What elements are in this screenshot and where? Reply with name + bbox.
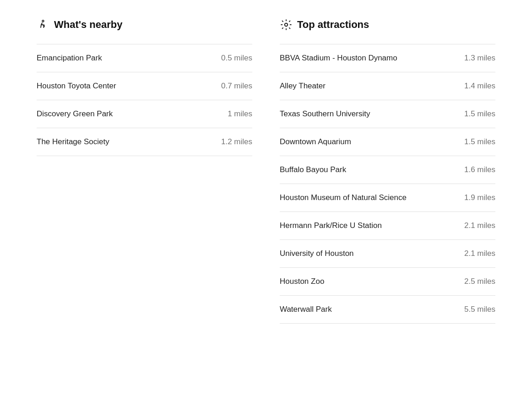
location-name: The Heritage Society [37,137,109,146]
list-item: Buffalo Bayou Park1.6 miles [280,156,495,184]
location-distance: 1.5 miles [464,109,495,119]
location-name: Houston Zoo [280,277,324,286]
list-item: Discovery Green Park1 miles [37,100,252,128]
list-item: Houston Museum of Natural Science1.9 mil… [280,184,495,212]
list-item: Houston Zoo2.5 miles [280,268,495,296]
nearby-section: What's nearby Emancipation Park0.5 miles… [37,18,252,324]
list-item: University of Houston2.1 miles [280,240,495,268]
location-distance: 2.1 miles [464,221,495,230]
svg-point-0 [42,20,44,22]
list-item: Hermann Park/Rice U Station2.1 miles [280,212,495,240]
location-distance: 0.7 miles [221,81,252,91]
attractions-icon [280,18,293,31]
list-item: Emancipation Park0.5 miles [37,44,252,72]
location-name: Discovery Green Park [37,109,113,119]
location-distance: 2.5 miles [464,277,495,286]
location-name: Houston Toyota Center [37,81,116,91]
location-distance: 2.1 miles [464,249,495,258]
location-name: BBVA Stadium - Houston Dynamo [280,54,397,63]
list-item: Texas Southern University1.5 miles [280,100,495,128]
list-item: The Heritage Society1.2 miles [37,128,252,156]
location-name: University of Houston [280,249,354,258]
attractions-section: Top attractions BBVA Stadium - Houston D… [280,18,495,324]
location-distance: 1.9 miles [464,193,495,202]
attractions-header: Top attractions [280,18,495,31]
svg-point-1 [285,23,288,27]
location-distance: 5.5 miles [464,305,495,314]
location-distance: 1.4 miles [464,81,495,91]
location-name: Buffalo Bayou Park [280,165,346,174]
list-item: Downtown Aquarium1.5 miles [280,128,495,156]
list-item: Waterwall Park5.5 miles [280,296,495,324]
nearby-title: What's nearby [54,19,123,31]
attractions-title: Top attractions [297,19,369,31]
page-container: What's nearby Emancipation Park0.5 miles… [0,0,532,342]
location-distance: 1 miles [228,109,252,119]
location-distance: 0.5 miles [221,54,252,63]
location-name: Waterwall Park [280,305,332,314]
location-name: Downtown Aquarium [280,137,351,146]
location-distance: 1.6 miles [464,165,495,174]
location-name: Alley Theater [280,81,326,91]
attractions-list: BBVA Stadium - Houston Dynamo1.3 milesAl… [280,44,495,324]
location-distance: 1.5 miles [464,137,495,146]
location-distance: 1.3 miles [464,54,495,63]
location-distance: 1.2 miles [221,137,252,146]
walking-icon [37,18,49,31]
nearby-header: What's nearby [37,18,252,31]
list-item: Alley Theater1.4 miles [280,72,495,100]
list-item: BBVA Stadium - Houston Dynamo1.3 miles [280,44,495,72]
location-name: Hermann Park/Rice U Station [280,221,382,230]
location-name: Texas Southern University [280,109,370,119]
location-name: Emancipation Park [37,54,102,63]
nearby-list: Emancipation Park0.5 milesHouston Toyota… [37,44,252,156]
location-name: Houston Museum of Natural Science [280,193,407,202]
list-item: Houston Toyota Center0.7 miles [37,72,252,100]
